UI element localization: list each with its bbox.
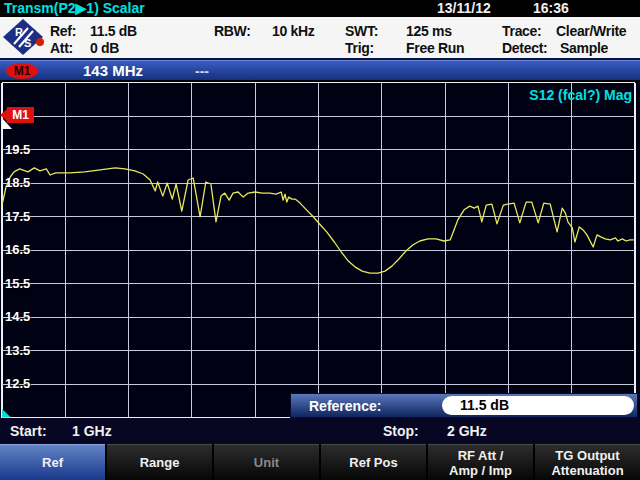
att-label: Att:	[50, 40, 73, 56]
reference-input[interactable]: 11.5 dB	[442, 396, 634, 415]
trace-value: Clear/Write	[556, 23, 626, 39]
y-axis-label: 16.5	[5, 242, 30, 258]
top-status-bar: Transm(P2▶1) Scalar 13/11/12 16:36	[0, 0, 640, 17]
trace-diagram: 19.518.517.516.515.514.513.512.5 S12 (fc…	[0, 82, 640, 418]
marker-flag-text: M1	[12, 108, 29, 122]
marker-readout-bar: M1 143 MHz ---	[0, 60, 640, 80]
time-label: 16:36	[533, 0, 569, 17]
date-label: 13/11/12	[437, 0, 491, 17]
stop-value: 2 GHz	[447, 418, 487, 444]
marker-m1-flag: M1	[7, 107, 34, 123]
stop-label: Stop:	[383, 418, 419, 444]
softkey-tg-output[interactable]: TG Output Attenuation	[535, 444, 640, 480]
ref-label: Ref:	[50, 23, 76, 39]
frequency-range-bar: Start: 1 GHz Stop: 2 GHz	[0, 418, 640, 444]
softkey-ref[interactable]: Ref	[0, 444, 105, 480]
analyzer-screen: Transm(P2▶1) Scalar 13/11/12 16:36 R S R…	[0, 0, 640, 480]
svg-text:S: S	[24, 37, 31, 49]
y-axis-label: 13.5	[5, 343, 30, 359]
reference-entry-dialog: Reference: 11.5 dB	[290, 393, 638, 418]
marker-m1-badge: M1	[6, 63, 38, 79]
marker-value: ---	[195, 61, 209, 81]
trace-label: Trace:	[502, 23, 541, 39]
detect-label: Detect:	[502, 40, 547, 56]
corner-wedge-icon	[2, 409, 11, 418]
start-value: 1 GHz	[72, 418, 112, 444]
softkey-rf-att[interactable]: RF Att / Amp / Imp	[428, 444, 533, 480]
reference-input-value: 11.5 dB	[442, 396, 634, 415]
y-axis-label: 14.5	[5, 309, 30, 325]
y-axis-label: 19.5	[5, 142, 30, 158]
marker-left-arrow-icon	[0, 109, 7, 121]
trig-value: Free Run	[406, 40, 464, 56]
settings-header: R S Ref: 11.5 dB Att: 0 dB RBW: 10 kHz S…	[0, 17, 640, 60]
softkey-menu: Ref Range Unit Ref Pos RF Att / Amp / Im…	[0, 444, 640, 480]
rbw-value: 10 kHz	[272, 23, 315, 39]
trig-label: Trig:	[345, 40, 374, 56]
swt-label: SWT:	[345, 23, 378, 39]
reference-entry-label: Reference:	[309, 394, 381, 418]
trace-plot	[0, 82, 640, 418]
y-axis-label: 18.5	[5, 175, 30, 191]
attenuation-indicator-dot	[36, 38, 44, 46]
rohde-schwarz-logo: R S	[2, 18, 44, 56]
start-label: Start:	[10, 418, 47, 444]
softkey-range[interactable]: Range	[107, 444, 212, 480]
ref-value: 11.5 dB	[90, 23, 137, 39]
att-value: 0 dB	[90, 40, 119, 56]
y-axis-label: 17.5	[5, 209, 30, 225]
measurement-mode-title: Transm(P2▶1) Scalar	[4, 0, 145, 17]
rbw-label: RBW:	[214, 23, 251, 39]
marker-frequency: 143 MHz	[83, 61, 143, 81]
y-axis-label: 12.5	[5, 376, 30, 392]
y-axis-label: 15.5	[5, 276, 30, 292]
s12-trace	[2, 168, 634, 273]
svg-text:R: R	[15, 26, 23, 38]
detect-value: Sample	[560, 40, 608, 56]
swt-value: 125 ms	[406, 23, 452, 39]
softkey-ref-pos[interactable]: Ref Pos	[321, 444, 426, 480]
softkey-unit[interactable]: Unit	[214, 444, 319, 480]
s-parameter-label: S12 (fcal?) Mag	[529, 87, 632, 103]
